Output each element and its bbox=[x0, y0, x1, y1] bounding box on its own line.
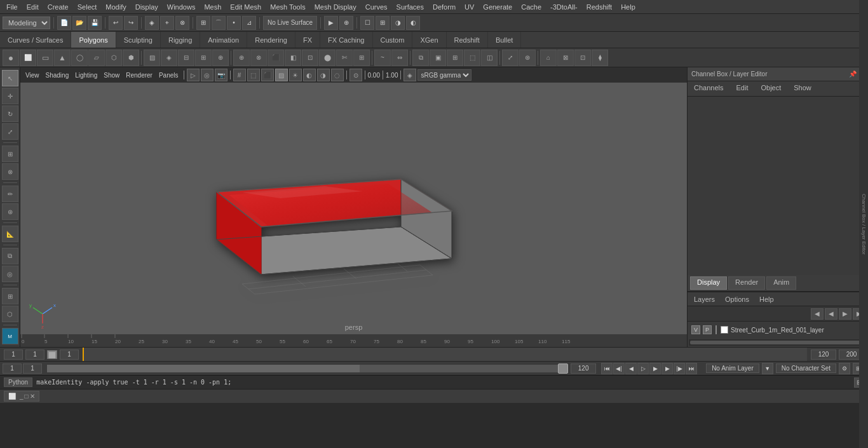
uv5-btn[interactable]: ◫ bbox=[481, 50, 498, 66]
range-max-field[interactable] bbox=[571, 363, 596, 374]
extra-btn2[interactable]: ⊞ bbox=[376, 16, 390, 30]
anim-layer-dropdown[interactable]: ▼ bbox=[762, 363, 773, 374]
tab-animation[interactable]: Animation bbox=[200, 32, 247, 48]
tab-redshift[interactable]: Redshift bbox=[447, 32, 488, 48]
cb-tab-channels[interactable]: Channels bbox=[688, 81, 729, 96]
no-live-surface-btn[interactable]: No Live Surface bbox=[263, 16, 317, 30]
frame-field2[interactable] bbox=[25, 350, 44, 360]
save-scene-btn[interactable]: 💾 bbox=[88, 16, 102, 30]
layers-scrollbar[interactable] bbox=[689, 339, 867, 346]
vp-view-menu[interactable]: View bbox=[23, 71, 42, 79]
menu-edit[interactable]: Edit bbox=[23, 2, 43, 12]
ipr-render-btn[interactable]: ⊕ bbox=[339, 16, 353, 30]
layers-menu-layers[interactable]: Layers bbox=[691, 294, 717, 304]
edge-btn[interactable]: ⊟ bbox=[178, 50, 194, 66]
play-back-btn[interactable]: ▷ bbox=[637, 363, 649, 374]
smooth-btn[interactable]: ~ bbox=[374, 50, 391, 66]
sculpt-btn[interactable]: ⬡ bbox=[2, 306, 18, 322]
maya-logo-btn[interactable]: M bbox=[2, 328, 18, 344]
menu-curves[interactable]: Curves bbox=[362, 2, 391, 12]
menu-edit-mesh[interactable]: Edit Mesh bbox=[226, 2, 265, 12]
mirror-btn[interactable]: ⇔ bbox=[391, 50, 408, 66]
go-end-btn[interactable]: ⏭ bbox=[686, 363, 697, 374]
undo-btn[interactable]: ↩ bbox=[109, 16, 123, 30]
snap-surface-btn[interactable]: ⊿ bbox=[242, 16, 256, 30]
layers-next-btn[interactable]: ▶ bbox=[839, 308, 851, 320]
layers-menu-help[interactable]: Help bbox=[757, 294, 776, 304]
menu-mesh[interactable]: Mesh bbox=[200, 2, 225, 12]
gamma-select[interactable]: sRGB gamma bbox=[417, 69, 471, 81]
range-bar[interactable] bbox=[47, 365, 568, 372]
menu-select[interactable]: Select bbox=[74, 2, 101, 12]
layer-row[interactable]: V P Street_Curb_1m_Red_001_layer bbox=[689, 323, 867, 337]
quick-layout-btn[interactable]: ⧉ bbox=[2, 248, 18, 264]
vp-show-menu[interactable]: Show bbox=[101, 71, 122, 79]
menu-3dtoall[interactable]: -3DtoAll- bbox=[546, 2, 581, 12]
extra-btn3[interactable]: ◑ bbox=[391, 16, 405, 30]
combine-btn[interactable]: ⊕ bbox=[233, 50, 250, 66]
snap1-btn[interactable]: ⌂ bbox=[540, 50, 557, 66]
tab-custom[interactable]: Custom bbox=[373, 32, 413, 48]
lattice-btn[interactable]: ⊞ bbox=[2, 288, 18, 304]
vp-renderer-menu[interactable]: Renderer bbox=[123, 71, 155, 79]
separate-btn[interactable]: ⊗ bbox=[250, 50, 267, 66]
bevel-btn[interactable]: ◧ bbox=[285, 50, 301, 66]
tab-xgen[interactable]: XGen bbox=[412, 32, 446, 48]
menu-surfaces[interactable]: Surfaces bbox=[393, 2, 428, 12]
isolate-btn[interactable]: ◎ bbox=[2, 266, 18, 282]
menu-windows[interactable]: Windows bbox=[163, 2, 200, 12]
vp-gamma-toggle[interactable]: ◈ bbox=[403, 69, 416, 81]
vp-grid-btn[interactable]: # bbox=[233, 69, 246, 81]
layer-color[interactable] bbox=[721, 326, 728, 334]
select-tool-btn[interactable]: ↖ bbox=[2, 70, 18, 86]
cb-pin-btn[interactable]: 📌 bbox=[849, 71, 857, 78]
workspace-dropdown[interactable]: Modeling bbox=[3, 17, 50, 29]
face-btn[interactable]: ▨ bbox=[144, 50, 160, 66]
torus-icon-btn[interactable]: ◯ bbox=[71, 50, 88, 66]
snap3-btn[interactable]: ⊡ bbox=[574, 50, 591, 66]
snap2-btn[interactable]: ⊠ bbox=[557, 50, 574, 66]
menu-redshift[interactable]: Redshift bbox=[583, 2, 616, 12]
menu-mesh-display[interactable]: Mesh Display bbox=[311, 2, 360, 12]
extrude-btn[interactable]: ⬛ bbox=[268, 50, 284, 66]
uv2-btn[interactable]: ▣ bbox=[430, 50, 446, 66]
window-maximize-btn[interactable]: □ bbox=[25, 393, 29, 400]
menu-uv[interactable]: UV bbox=[461, 2, 478, 12]
vp-shadow-btn[interactable]: ◐ bbox=[303, 69, 316, 81]
redo-btn[interactable]: ↪ bbox=[124, 16, 138, 30]
viewport-window-btn[interactable]: ⬜ _ □ ✕ bbox=[4, 391, 39, 402]
bridge-btn[interactable]: ⊡ bbox=[302, 50, 318, 66]
transform-tool-btn[interactable]: ⊞ bbox=[2, 146, 18, 162]
vp-icon3[interactable]: 📷 bbox=[215, 69, 227, 81]
char-set-settings[interactable]: ⚙ bbox=[839, 363, 850, 374]
range-end-field[interactable] bbox=[60, 350, 79, 360]
vertex-btn[interactable]: ◈ bbox=[161, 50, 177, 66]
paint-weights-btn[interactable]: ⊛ bbox=[519, 50, 536, 66]
paint-btn[interactable]: ✏ bbox=[2, 186, 18, 202]
paint-select-btn[interactable]: ⊗ bbox=[175, 16, 189, 30]
new-scene-btn[interactable]: 📄 bbox=[57, 16, 71, 30]
next-key-btn[interactable]: |▶ bbox=[674, 363, 685, 374]
sphere-icon-btn[interactable]: ● bbox=[3, 50, 19, 66]
dra-tab-anim[interactable]: Anim bbox=[766, 276, 796, 290]
select-mode-btn[interactable]: ◈ bbox=[145, 16, 159, 30]
menu-deform[interactable]: Deform bbox=[429, 2, 459, 12]
dra-tab-display[interactable]: Display bbox=[690, 276, 727, 290]
window-close-btn[interactable]: ✕ bbox=[30, 393, 35, 400]
layer-visibility[interactable]: V bbox=[691, 325, 700, 334]
snap-curve-btn[interactable]: ⌒ bbox=[212, 16, 226, 30]
tab-sculpting[interactable]: Sculpting bbox=[116, 32, 161, 48]
layers-prev-btn[interactable]: ◀ bbox=[811, 308, 824, 320]
measure-btn[interactable]: 📐 bbox=[2, 226, 18, 242]
vp-light-btn[interactable]: ☀ bbox=[289, 69, 302, 81]
multi-cut-btn[interactable]: ✄ bbox=[336, 50, 353, 66]
cylinder-icon-btn[interactable]: ▭ bbox=[37, 50, 53, 66]
viewport[interactable]: View Shading Lighting Show Renderer Pane… bbox=[20, 67, 687, 347]
cube-icon-btn[interactable]: ⬜ bbox=[20, 50, 36, 66]
extra-btn1[interactable]: ☐ bbox=[360, 16, 374, 30]
tab-fx-caching[interactable]: FX Caching bbox=[320, 32, 372, 48]
cone-icon-btn[interactable]: ▲ bbox=[54, 50, 71, 66]
plane-icon-btn[interactable]: ▱ bbox=[88, 50, 105, 66]
fill-hole-btn[interactable]: ⬤ bbox=[319, 50, 336, 66]
snap-point-btn[interactable]: • bbox=[227, 16, 241, 30]
